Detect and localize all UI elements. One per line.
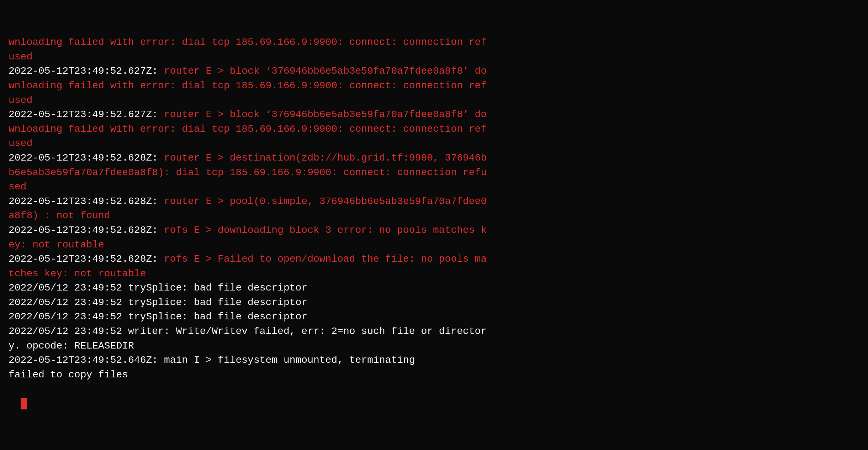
terminal-segment: b6e5ab3e59fa70a7fdee0a8f8): dial tcp 185… (9, 167, 487, 178)
terminal-segment: 2022/05/12 23:49:52 writer: Write/Writev… (9, 326, 487, 337)
terminal-segment: rofs E > Failed to open/download the fil… (164, 253, 487, 265)
terminal-line: 2022-05-12T23:49:52.627Z: router E > blo… (9, 108, 859, 151)
terminal-segment: 2022/05/12 23:49:52 trySplice: bad file … (9, 297, 307, 308)
terminal-segment: router E > block ‘376946bb6e5ab3e59fa70a… (164, 109, 487, 120)
terminal-segment: used (9, 51, 32, 62)
terminal-line: 2022-05-12T23:49:52.646Z: main I > files… (9, 353, 859, 368)
terminal-segment: 2022-05-12T23:49:52.628Z: (9, 152, 164, 163)
cursor (21, 398, 27, 409)
terminal-segment: used (9, 138, 32, 149)
terminal-line: failed to copy files (9, 368, 859, 382)
terminal-segment: rofs E > downloading block 3 error: no p… (164, 225, 487, 236)
terminal-segment: failed to copy files (9, 369, 128, 380)
terminal-segment: router E > pool(0.simple, 376946bb6e5ab3… (164, 196, 487, 207)
terminal-segment: sed (9, 181, 26, 192)
terminal-segment: 2022-05-12T23:49:52.627Z: (9, 66, 164, 77)
terminal-line: 2022/05/12 23:49:52 writer: Write/Writev… (9, 324, 859, 353)
terminal-segment: 2022-05-12T23:49:52.628Z: (9, 225, 164, 236)
terminal-segment: a8f8) : not found (9, 210, 110, 221)
terminal-segment: 2022-05-12T23:49:52.628Z: (9, 196, 164, 207)
terminal-line: 2022/05/12 23:49:52 trySplice: bad file … (9, 310, 859, 324)
terminal-segment: used (9, 95, 32, 106)
terminal-segment: 2022-05-12T23:49:52.628Z: (9, 253, 164, 265)
terminal-line: 2022-05-12T23:49:52.628Z: router E > poo… (9, 194, 859, 223)
terminal-line: 2022/05/12 23:49:52 trySplice: bad file … (9, 281, 859, 295)
terminal-line: 2022-05-12T23:49:52.627Z: router E > blo… (9, 64, 859, 108)
terminal-lines: wnloading failed with error: dial tcp 18… (9, 35, 859, 382)
terminal-segment: y. opcode: RELEASEDIR (9, 340, 134, 351)
terminal-segment: router E > block ‘376946bb6e5ab3e59fa70a… (164, 66, 487, 77)
terminal-segment: tches key: not routable (9, 268, 146, 279)
terminal-segment: wnloading failed with error: dial tcp 18… (9, 37, 487, 48)
terminal-segment: wnloading failed with error: dial tcp 18… (9, 124, 487, 135)
terminal-output: wnloading failed with error: dial tcp 18… (9, 6, 859, 411)
terminal-line: 2022/05/12 23:49:52 trySplice: bad file … (9, 295, 859, 310)
terminal-segment: 2022-05-12T23:49:52.627Z: (9, 109, 164, 120)
terminal-segment: ey: not routable (9, 239, 104, 250)
terminal-segment: 2022-05-12T23:49:52.646Z: (9, 355, 164, 366)
terminal-segment: wnloading failed with error: dial tcp 18… (9, 80, 487, 91)
terminal-segment: router E > destination(zdb://hub.grid.tf… (164, 152, 487, 163)
terminal-segment: main I > filesystem unmounted, terminati… (164, 355, 415, 366)
terminal-segment: 2022/05/12 23:49:52 trySplice: bad file … (9, 311, 307, 322)
terminal-line: 2022-05-12T23:49:52.628Z: rofs E > Faile… (9, 252, 859, 281)
terminal-line: 2022-05-12T23:49:52.628Z: router E > des… (9, 151, 859, 194)
terminal-line: 2022-05-12T23:49:52.628Z: rofs E > downl… (9, 223, 859, 252)
terminal-line: wnloading failed with error: dial tcp 18… (9, 35, 859, 64)
terminal-segment: 2022/05/12 23:49:52 trySplice: bad file … (9, 282, 307, 293)
